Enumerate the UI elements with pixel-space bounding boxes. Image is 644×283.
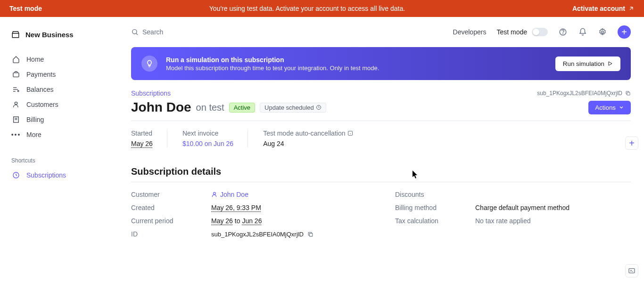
test-mode-toggle-label: Test mode: [496, 28, 527, 36]
help-icon: [559, 28, 567, 36]
nav-payments[interactable]: Payments: [0, 67, 118, 82]
terminal-icon: [628, 267, 636, 275]
test-mode-label: Test mode: [9, 5, 42, 12]
detail-tax-value: No tax rate applied: [475, 217, 531, 225]
svg-marker-16: [609, 62, 612, 65]
test-mode-message: You're using test data. Activate your ac…: [42, 5, 572, 12]
detail-id-label: ID: [131, 230, 211, 238]
developers-link[interactable]: Developers: [453, 28, 487, 36]
detail-period-label: Current period: [131, 217, 211, 225]
subscription-id-badge: sub_1PKogxJL2sBFEIA0MjQxrjlD: [537, 90, 631, 97]
svg-point-15: [602, 31, 604, 33]
nav-home[interactable]: Home: [0, 52, 118, 67]
detail-discounts-label: Discounts: [395, 191, 475, 198]
nav-customers[interactable]: Customers: [0, 97, 118, 112]
svg-point-14: [563, 33, 563, 34]
detail-created-label: Created: [131, 204, 211, 211]
main-content: Search Developers Test mode +: [118, 17, 644, 283]
status-badge-active: Active: [229, 103, 255, 113]
svg-rect-17: [627, 92, 630, 95]
started-value[interactable]: May 26: [131, 140, 153, 147]
person-small-icon: [211, 191, 218, 198]
clock-small-icon: [316, 105, 322, 110]
divider: [131, 182, 631, 182]
plus-icon: +: [629, 138, 635, 149]
svg-rect-1: [13, 73, 19, 77]
create-button[interactable]: +: [618, 25, 631, 39]
breadcrumb-subscriptions[interactable]: Subscriptions: [131, 89, 171, 97]
svg-rect-23: [309, 233, 313, 236]
auto-cancel-label: Test mode auto-cancellation: [263, 129, 353, 137]
started-label: Started: [131, 129, 153, 137]
more-icon: •••: [12, 131, 20, 138]
svg-point-11: [132, 30, 137, 34]
detail-created-value[interactable]: May 26, 9:33 PM: [211, 204, 261, 211]
briefcase-icon: [12, 71, 20, 78]
detail-billing-value: Charge default payment method: [475, 204, 570, 211]
info-icon[interactable]: [347, 130, 353, 136]
topbar: Search Developers Test mode +: [118, 17, 644, 47]
detail-billing-label: Billing method: [395, 204, 475, 211]
help-button[interactable]: [558, 27, 568, 37]
floating-add-button[interactable]: +: [625, 137, 638, 150]
actions-button[interactable]: Actions: [588, 101, 631, 114]
detail-period-value: May 26 to Jun 26: [211, 217, 262, 225]
svg-rect-0: [12, 33, 19, 38]
sidebar: New Business Home Payments Balances Cust…: [0, 17, 118, 283]
auto-cancel-value: Aug 24: [263, 140, 353, 147]
gear-icon: [598, 28, 607, 36]
svg-point-5: [17, 90, 19, 92]
nav-billing[interactable]: Billing: [0, 112, 118, 127]
shortcut-subscriptions[interactable]: Subscriptions: [0, 168, 118, 183]
shortcuts-heading: Shortcuts: [0, 146, 118, 168]
on-label: on test: [196, 102, 224, 113]
nav-balances[interactable]: Balances: [0, 82, 118, 97]
business-selector[interactable]: New Business: [0, 25, 118, 48]
svg-point-6: [15, 102, 17, 105]
detail-customer-label: Customer: [131, 191, 211, 198]
settings-button[interactable]: [598, 27, 607, 37]
floating-terminal-button[interactable]: [625, 264, 638, 277]
detail-id-value: sub_1PKogxJL2sBFEIA0MjQxrjlD: [211, 230, 314, 238]
detail-customer-link[interactable]: John Doe: [211, 191, 248, 198]
notifications-button[interactable]: [578, 27, 587, 37]
customer-name-heading: John Doe: [131, 100, 191, 115]
status-badge-scheduled: Update scheduled: [260, 103, 326, 113]
sim-subtitle: Model this subscription through time to …: [166, 65, 547, 72]
lightbulb-icon: [141, 56, 157, 72]
copy-icon[interactable]: [625, 90, 631, 96]
subscription-details-heading: Subscription details: [131, 166, 631, 177]
bell-icon: [578, 28, 587, 36]
detail-tax-label: Tax calculation: [395, 217, 475, 225]
play-icon: [607, 61, 613, 66]
balances-icon: [12, 86, 20, 93]
divider: [131, 121, 631, 121]
chevron-down-icon: [619, 105, 624, 110]
next-invoice-value[interactable]: $10.00 on Jun 26: [182, 140, 233, 147]
clock-icon: [12, 171, 20, 179]
svg-line-12: [136, 33, 138, 35]
global-search[interactable]: Search: [131, 28, 445, 36]
run-simulation-button[interactable]: Run simulation: [555, 57, 620, 71]
external-link-icon: [628, 5, 635, 12]
test-mode-toggle[interactable]: [532, 28, 548, 36]
activate-account-link[interactable]: Activate account: [572, 5, 635, 12]
svg-point-22: [214, 192, 216, 194]
copy-icon[interactable]: [307, 231, 314, 237]
person-icon: [12, 101, 20, 108]
search-icon: [131, 28, 139, 36]
nav-more[interactable]: ••• More: [0, 127, 118, 142]
home-icon: [12, 56, 20, 63]
plus-icon: +: [621, 27, 627, 38]
receipt-icon: [12, 116, 20, 123]
simulation-banner: Run a simulation on this subscription Mo…: [131, 47, 631, 80]
next-invoice-label: Next invoice: [182, 129, 233, 137]
test-mode-banner: Test mode You're using test data. Activa…: [0, 0, 644, 17]
sim-title: Run a simulation on this subscription: [166, 56, 547, 64]
store-icon: [11, 30, 20, 39]
